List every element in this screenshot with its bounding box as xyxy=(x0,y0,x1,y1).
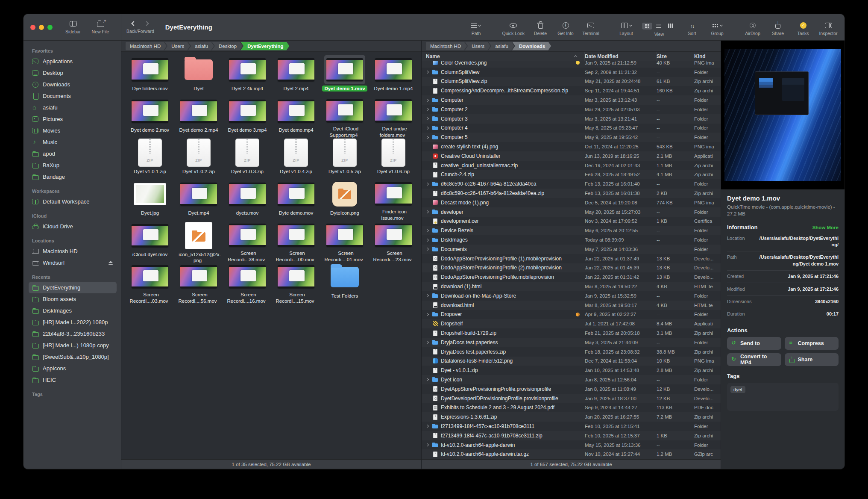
grid-item[interactable]: Dyet demo 2.mp4 xyxy=(174,97,223,138)
delete-button[interactable]: Delete xyxy=(531,22,550,36)
show-more-link[interactable]: Show More xyxy=(812,225,839,230)
breadcrumb-item[interactable]: Downloads xyxy=(512,42,551,50)
breadcrumb-item[interactable]: asiafu xyxy=(488,42,514,50)
close-button[interactable] xyxy=(30,25,35,30)
grid-item[interactable]: Dyet xyxy=(174,55,223,97)
sidebar-item[interactable]: Pictures xyxy=(29,113,117,125)
disclosure-chevron-icon[interactable] xyxy=(426,135,430,139)
table-row[interactable]: d6c8c590-cc26-4167-b64a-812eafda40ea Feb… xyxy=(422,179,721,189)
breadcrumb-item[interactable]: Users xyxy=(465,42,490,50)
sidebar-toggle-button[interactable]: Sidebar xyxy=(64,20,82,34)
view-grid-button[interactable] xyxy=(642,23,652,30)
disclosure-chevron-icon[interactable] xyxy=(426,312,430,316)
back-button[interactable] xyxy=(132,21,136,26)
grid-item[interactable]: Dyet v1.0.2.zip xyxy=(174,138,223,180)
layout-button[interactable]: Layout xyxy=(617,22,636,36)
sidebar-item[interactable]: Documents xyxy=(29,90,117,102)
table-row[interactable]: creative_cloud_uninstallermac.zip Dec 19… xyxy=(422,161,721,170)
disclosure-chevron-icon[interactable] xyxy=(426,107,430,112)
grid-item[interactable]: Dyet demo 1.mp4 xyxy=(369,55,418,97)
table-row[interactable]: DryjaDocs test.paperless May 3, 2025 at … xyxy=(422,338,721,347)
grid-item[interactable]: Dyet 2 4k.mp4 xyxy=(223,55,272,97)
table-row[interactable]: Dyet - v1.0.1.zip Jan 10, 2025 at 14:53:… xyxy=(422,366,721,375)
grid-item[interactable]: Finder icon issue.mov xyxy=(369,180,418,221)
grid-item[interactable]: iCloud dyet.mov xyxy=(126,221,174,263)
grid-item[interactable]: Dyet demo 2.mov xyxy=(126,97,174,138)
breadcrumb-item[interactable]: Macintosh HD xyxy=(126,42,167,50)
disclosure-chevron-icon[interactable] xyxy=(426,294,430,298)
sidebar-item[interactable]: Desktop xyxy=(29,67,117,79)
grid-item[interactable]: Dyet v1.0.3.zip xyxy=(223,138,272,180)
grid-item[interactable]: Screen Recordi....00.mov xyxy=(272,221,320,263)
sidebar-item[interactable]: DyetEverything xyxy=(29,282,117,293)
table-row[interactable]: f2713499-18f4-457c-ac10-91b708ce3111 Feb… xyxy=(422,422,721,431)
breadcrumb-item[interactable]: Desktop xyxy=(212,42,243,50)
table-row[interactable]: f2713499-18f4-457c-ac10-91b708ce3111.zip… xyxy=(422,431,721,440)
disclosure-chevron-icon[interactable] xyxy=(426,378,430,382)
forward-button[interactable] xyxy=(144,21,149,26)
breadcrumb-item[interactable]: Users xyxy=(164,42,190,50)
get-info-button[interactable]: Get Info xyxy=(556,22,575,36)
disclosure-chevron-icon[interactable] xyxy=(426,340,430,345)
action-button[interactable]: Compress xyxy=(785,337,839,350)
disclosure-chevron-icon[interactable] xyxy=(426,228,430,233)
table-row[interactable]: Dropshelf-build-1729.zip Feb 21, 2025 at… xyxy=(422,328,721,338)
grid-item[interactable]: Dyet v1.0.6.zip xyxy=(369,138,418,180)
grid-item[interactable]: Dye folders.mov xyxy=(126,55,174,97)
table-row[interactable]: Dropshelf Jul 1, 2021 at 17:42:08 8.4 MB… xyxy=(422,319,721,328)
grid-item[interactable]: Dyet demo 3.mp4 xyxy=(223,97,272,138)
eject-icon[interactable] xyxy=(108,261,113,265)
sidebar-item[interactable]: BaXup xyxy=(29,159,117,171)
sidebar-item[interactable]: AppIcons xyxy=(29,363,117,374)
table-row[interactable]: Creative Cloud Uninstaller Jun 13, 2019 … xyxy=(422,151,721,161)
sidebar-item[interactable]: DiskImages xyxy=(29,305,117,316)
quick-look-button[interactable]: Quick Look xyxy=(502,22,525,36)
sidebar-item[interactable]: Downloads xyxy=(29,79,117,90)
sidebar-item[interactable]: 22bf4af8-3...235160b233 xyxy=(29,328,117,340)
grid-item[interactable]: dyets.mov xyxy=(223,180,272,221)
disclosure-chevron-icon[interactable] xyxy=(426,126,430,130)
disclosure-chevron-icon[interactable] xyxy=(426,210,430,214)
grid-item[interactable]: Dyet iCloud Support.mp4 xyxy=(320,97,369,138)
tags-box[interactable]: dyet xyxy=(727,383,839,411)
view-list-button[interactable] xyxy=(653,23,664,30)
table-row[interactable]: download (1).html Mar 8, 2025 at 19:50:2… xyxy=(422,282,721,291)
grid-item[interactable]: Screen Recordi....03.mov xyxy=(126,263,174,304)
table-row[interactable]: developer May 20, 2025 at 15:27:03 -- Fo… xyxy=(422,207,721,217)
sidebar-item[interactable]: Macintosh HD xyxy=(29,245,117,257)
column-header-date[interactable]: Date Modified xyxy=(585,52,657,61)
column-header-size[interactable]: Size xyxy=(657,52,694,61)
disclosure-chevron-icon[interactable] xyxy=(426,117,430,121)
sidebar-item[interactable]: iCloud Drive xyxy=(29,221,117,232)
terminal-button[interactable]: Terminal xyxy=(581,22,600,36)
sidebar-item[interactable]: apod xyxy=(29,148,117,159)
new-file-button[interactable]: New File xyxy=(91,20,110,34)
grid-item[interactable]: icon_512x512@2x.png xyxy=(174,221,223,263)
disclosure-chevron-icon[interactable] xyxy=(426,70,430,74)
table-row[interactable]: DyetAppStoreProvisioningProfile.provisio… xyxy=(422,384,721,394)
table-row[interactable]: development.cer Nov 3, 2024 at 17:09:52 … xyxy=(422,217,721,226)
table-row[interactable]: Computer 3 Mar 3, 2025 at 13:21:41 -- Fo… xyxy=(422,114,721,124)
grid-item[interactable]: Dyet 2.mp4 xyxy=(272,55,320,97)
grid-item[interactable]: Screen Recordi....15.mov xyxy=(272,263,320,304)
table-row[interactable]: CompressingAndDecompre...ithStreamCompre… xyxy=(422,86,721,95)
disclosure-chevron-icon[interactable] xyxy=(426,98,430,102)
table-row[interactable]: DiskImages Today at 08:39:09 -- Folder xyxy=(422,235,721,245)
grid-item[interactable]: Dyet demo.mp4 xyxy=(272,97,320,138)
disclosure-chevron-icon[interactable] xyxy=(426,247,430,251)
share-button[interactable]: Share xyxy=(768,22,787,36)
grid-item[interactable]: Dyet undye folders.mov xyxy=(369,97,418,138)
table-row[interactable]: fd-v10.2.0-aarch64-apple-darwin May 15, … xyxy=(422,440,721,450)
sidebar-item[interactable]: HEIC xyxy=(29,374,117,386)
table-row[interactable]: Computer 5 May 9, 2025 at 19:55:42 -- Fo… xyxy=(422,133,721,142)
video-preview[interactable] xyxy=(721,41,845,189)
column-header-kind[interactable]: Kind xyxy=(694,52,721,61)
inspector-button[interactable]: Inspector xyxy=(819,22,838,36)
zoom-button[interactable] xyxy=(47,25,53,30)
sidebar-item[interactable]: Bandage xyxy=(29,171,117,183)
grid-item[interactable]: Dyte demo.mov xyxy=(272,180,320,221)
disclosure-chevron-icon[interactable] xyxy=(426,238,430,242)
grid-item[interactable]: DyteIcon.png xyxy=(320,180,369,221)
minimize-button[interactable] xyxy=(39,25,44,30)
group-button[interactable]: Group xyxy=(708,22,727,36)
